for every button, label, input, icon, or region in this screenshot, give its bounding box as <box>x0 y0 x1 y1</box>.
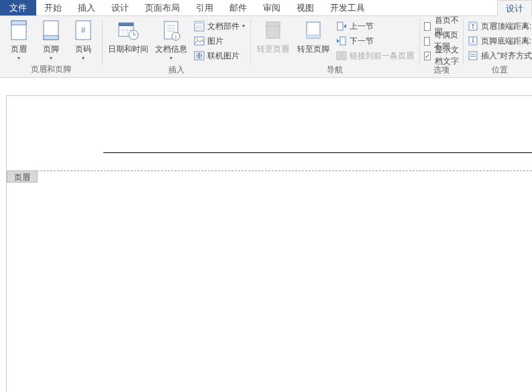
pagenum-label: 页码 <box>75 44 91 54</box>
tab-developer[interactable]: 开发工具 <box>322 0 373 15</box>
svg-point-26 <box>196 38 198 40</box>
svg-text:i: i <box>175 34 176 40</box>
goto-footer-icon <box>303 19 324 42</box>
insert-alignment-label: 插入"对齐方式 <box>481 50 532 62</box>
group-insert: 日期和时间 i 文档信息 ▾ 文档部件 ▾ <box>103 16 250 77</box>
show-document-text-checkbox[interactable]: ✓ 显示文档文字 <box>424 48 459 63</box>
checkbox-checked-icon: ✓ <box>424 52 431 60</box>
footer-bottom-icon <box>468 36 478 46</box>
ribbon: 页眉 ▾ 页脚 ▾ # 页码 ▾ 页眉和页脚 <box>0 16 532 78</box>
header-top-label: 页眉顶端距离: <box>481 21 531 32</box>
picture-label: 图片 <box>207 36 223 47</box>
tab-review[interactable]: 审阅 <box>255 0 288 15</box>
tab-home[interactable]: 开始 <box>36 0 70 15</box>
docparts-label: 文档部件 <box>207 21 240 32</box>
checkbox-icon <box>424 37 430 46</box>
footer-bottom-label: 页脚底端距离: <box>481 36 531 47</box>
group-caption-insert: 插入 <box>107 63 246 78</box>
tab-mailings[interactable]: 邮件 <box>221 0 255 15</box>
group-position: 页眉顶端距离: 页脚底端距离: 插入"对齐方式 位置 <box>464 16 532 77</box>
checkbox-icon <box>424 22 431 31</box>
prev-section-icon <box>336 21 347 32</box>
svg-marker-37 <box>337 39 339 43</box>
tab-layout[interactable]: 页面布局 <box>137 0 188 15</box>
tab-file[interactable]: 文件 <box>0 0 36 15</box>
footer-icon <box>40 19 62 42</box>
svg-rect-33 <box>307 34 320 38</box>
svg-rect-38 <box>337 52 341 60</box>
docinfo-label: 文档信息 <box>155 44 187 54</box>
svg-rect-31 <box>266 22 280 26</box>
group-caption-options: 选项 <box>424 63 459 78</box>
goto-footer-label: 转至页脚 <box>297 44 329 54</box>
chevron-down-icon: ▾ <box>82 55 85 61</box>
header-icon <box>8 19 30 42</box>
datetime-button[interactable]: 日期和时间 <box>107 17 150 54</box>
group-caption-nav: 导航 <box>254 63 415 78</box>
tab-insert[interactable]: 插入 <box>70 0 103 15</box>
link-previous-label: 链接到前一条页眉 <box>350 50 414 62</box>
group-navigation: 转至页眉 转至页脚 上一节 下一节 <box>250 16 419 77</box>
prev-section-button[interactable]: 上一节 <box>335 19 415 34</box>
chevron-down-icon: ▾ <box>170 55 172 61</box>
onlinepic-label: 联机图片 <box>207 50 240 62</box>
footer-bottom-distance-field[interactable]: 页脚底端距离: <box>468 34 532 48</box>
tab-contextual-design[interactable]: 设计 <box>497 0 532 16</box>
goto-header-label: 转至页眉 <box>257 44 289 54</box>
footer-label: 页脚 <box>43 44 59 54</box>
svg-rect-46 <box>469 43 477 45</box>
group-header-footer: 页眉 ▾ 页脚 ▾ # 页码 ▾ 页眉和页脚 <box>0 16 102 77</box>
pagenum-button[interactable]: # 页码 ▾ <box>68 17 98 61</box>
svg-rect-49 <box>469 52 477 60</box>
svg-rect-1 <box>11 21 26 25</box>
header-top-distance-field[interactable]: 页眉顶端距离: <box>468 19 532 34</box>
chevron-down-icon: ▾ <box>242 23 245 29</box>
document-area[interactable]: 页眉 <box>0 78 532 392</box>
goto-footer-button[interactable]: 转至页脚 <box>295 17 332 54</box>
docparts-icon <box>194 21 205 32</box>
goto-header-icon <box>262 19 284 42</box>
picture-button[interactable]: 图片 <box>193 34 246 48</box>
header-button[interactable]: 页眉 ▾ <box>4 17 34 61</box>
page[interactable]: 页眉 <box>6 95 532 392</box>
header-underline <box>103 152 532 153</box>
svg-rect-36 <box>340 37 345 45</box>
next-section-label: 下一节 <box>350 36 374 47</box>
alignment-tab-icon <box>468 50 478 61</box>
group-caption-position: 位置 <box>468 63 532 78</box>
header-top-icon <box>468 21 478 32</box>
tab-design[interactable]: 设计 <box>103 0 137 15</box>
chevron-down-icon: ▾ <box>17 55 20 61</box>
group-options: 首页不同 奇偶页不同 ✓ 显示文档文字 选项 <box>420 16 463 77</box>
pagenum-icon: # <box>72 19 94 42</box>
header-boundary-dashed <box>7 170 532 171</box>
docinfo-icon: i <box>160 19 182 42</box>
next-section-button[interactable]: 下一节 <box>335 34 415 48</box>
onlinepic-icon <box>194 50 205 61</box>
picture-icon <box>194 36 205 46</box>
footer-button[interactable]: 页脚 ▾ <box>36 17 66 61</box>
datetime-label: 日期和时间 <box>108 44 148 54</box>
goto-header-button: 转至页眉 <box>254 17 292 54</box>
svg-rect-22 <box>195 21 204 24</box>
docparts-button[interactable]: 文档部件 ▾ <box>193 19 246 34</box>
svg-rect-42 <box>469 22 477 24</box>
docinfo-button[interactable]: i 文档信息 ▾ <box>152 17 190 61</box>
link-previous-button: 链接到前一条页眉 <box>335 48 415 63</box>
svg-rect-39 <box>342 52 346 60</box>
svg-text:#: # <box>81 26 86 35</box>
insert-alignment-button[interactable]: 插入"对齐方式 <box>468 48 532 63</box>
svg-rect-3 <box>44 36 58 40</box>
tab-strip: 文件 开始 插入 设计 页面布局 引用 邮件 审阅 视图 开发工具 设计 <box>0 0 532 16</box>
datetime-icon <box>117 19 139 42</box>
svg-rect-34 <box>337 22 343 30</box>
header-tag: 页眉 <box>7 170 38 183</box>
svg-marker-35 <box>343 24 346 28</box>
prev-section-label: 上一节 <box>350 21 374 32</box>
link-previous-icon <box>336 50 347 61</box>
onlinepic-button[interactable]: 联机图片 <box>193 48 246 63</box>
group-caption-hf: 页眉和页脚 <box>4 62 98 77</box>
tab-view[interactable]: 视图 <box>288 0 322 15</box>
svg-rect-7 <box>119 23 134 26</box>
tab-references[interactable]: 引用 <box>188 0 221 15</box>
